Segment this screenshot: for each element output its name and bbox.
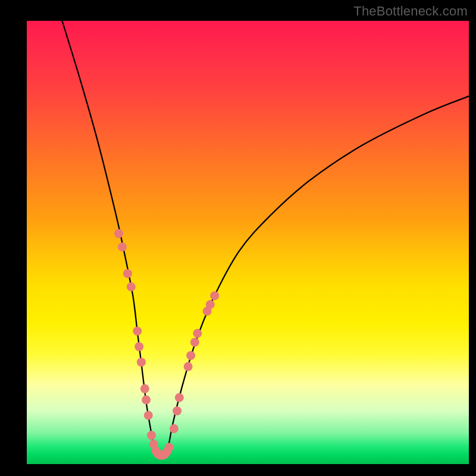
highlight-dot <box>137 358 146 367</box>
highlight-dot <box>114 229 123 238</box>
highlight-dot <box>165 443 174 452</box>
highlighted-points <box>114 229 219 459</box>
highlight-dot <box>133 327 142 336</box>
chart-svg <box>27 21 469 464</box>
highlight-dot <box>127 283 136 292</box>
chart-frame: TheBottleneck.com <box>0 0 476 476</box>
highlight-dot <box>210 291 219 300</box>
highlight-dot <box>134 342 143 351</box>
highlight-dot <box>123 269 132 278</box>
highlight-dot <box>170 424 178 433</box>
highlight-dot <box>144 411 153 420</box>
watermark-text: TheBottleneck.com <box>353 4 468 19</box>
highlight-dot <box>184 362 193 371</box>
highlight-dot <box>186 351 195 360</box>
highlight-dot <box>147 431 156 440</box>
highlight-dot <box>190 338 199 347</box>
highlight-dot <box>118 242 127 251</box>
highlight-dot <box>142 395 151 404</box>
highlight-dot <box>140 384 149 393</box>
highlight-dot <box>193 329 202 338</box>
highlight-dot <box>206 300 215 309</box>
highlight-dot <box>173 406 181 415</box>
highlight-dot <box>175 393 184 402</box>
bottleneck-curve <box>62 21 469 456</box>
plot-area <box>27 21 469 464</box>
